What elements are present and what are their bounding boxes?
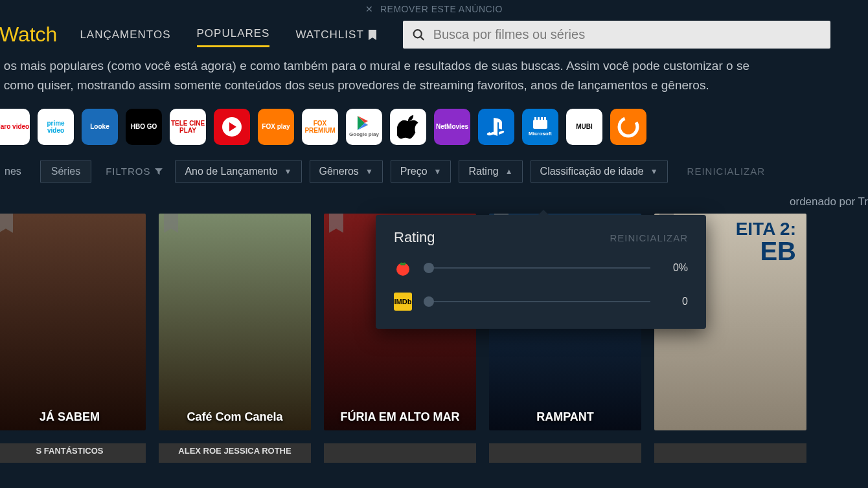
ad-text: REMOVER ESTE ANÚNCIO: [380, 4, 503, 14]
rating-popup: Rating REINICIALIZAR 0% IMDb 0: [376, 215, 706, 329]
bookmark-ribbon-icon[interactable]: [0, 214, 13, 233]
slider-thumb[interactable]: [424, 263, 434, 273]
bookmark-ribbon-icon[interactable]: [329, 214, 343, 233]
filter-icon: [154, 167, 163, 176]
tab-series[interactable]: Séries: [40, 161, 91, 183]
nav-links: LANÇAMENTOS POPULARES WATCHLIST: [80, 22, 376, 47]
svg-rect-4: [534, 117, 536, 120]
svg-line-1: [420, 36, 424, 39]
provider-tile[interactable]: Google play: [346, 109, 382, 145]
provider-tile[interactable]: TELE CINE PLAY: [170, 109, 206, 145]
microsoft-movies-icon: [532, 116, 549, 130]
filter-year[interactable]: Ano de Lançamento ▼: [175, 161, 301, 183]
poster-title: FÚRIA EM ALTO MAR: [324, 410, 476, 424]
svg-rect-3: [533, 120, 547, 129]
slider-thumb[interactable]: [424, 296, 434, 307]
movie-poster[interactable]: JÁ SABEM: [0, 214, 146, 430]
imdb-slider[interactable]: [424, 301, 650, 302]
search-box[interactable]: [403, 21, 830, 49]
provider-tile[interactable]: [214, 109, 250, 145]
google-play-icon: [357, 115, 371, 131]
imdb-slider-row: IMDb 0: [394, 293, 688, 311]
provider-tile[interactable]: MUBI: [566, 109, 602, 145]
movie-poster[interactable]: [489, 443, 641, 463]
svg-point-0: [413, 30, 421, 38]
nav-watchlist-label: WATCHLIST: [295, 28, 363, 41]
tomato-slider-row: 0%: [394, 259, 688, 277]
provider-tile[interactable]: NetMovies: [434, 109, 470, 145]
tomato-slider[interactable]: [424, 267, 650, 269]
tomato-value: 0%: [662, 262, 688, 274]
chevron-down-icon: ▼: [365, 167, 373, 176]
provider-tile[interactable]: FOX play: [258, 109, 294, 145]
sort-value[interactable]: Tr: [858, 195, 868, 208]
movie-poster[interactable]: [654, 443, 806, 463]
provider-tile[interactable]: HBO GO: [126, 109, 162, 145]
nav-releases[interactable]: LANÇAMENTOS: [80, 22, 170, 47]
page-description: o os mais populares (como você está agor…: [0, 56, 868, 107]
movie-poster[interactable]: [324, 443, 476, 463]
sort-row: ordenado por Tr: [0, 186, 868, 211]
filter-row: nes Séries FILTROS Ano de Lançamento ▼ G…: [0, 157, 868, 186]
provider-tile[interactable]: prime video: [38, 109, 74, 145]
logo[interactable]: tWatch: [0, 23, 57, 47]
chevron-up-icon: ▲: [505, 167, 513, 176]
search-icon: [412, 28, 426, 42]
provider-tile[interactable]: Claro video: [0, 109, 30, 145]
poster-title: S FANTÁSTICOS: [0, 446, 146, 456]
tab-movies[interactable]: nes: [0, 161, 32, 183]
imdb-value: 0: [662, 296, 688, 307]
svg-rect-5: [538, 117, 540, 120]
svg-rect-6: [541, 117, 543, 120]
close-ad-icon[interactable]: ✕: [365, 4, 374, 14]
provider-tile[interactable]: Looke: [82, 109, 118, 145]
play-circle-icon: [220, 115, 244, 139]
filter-price[interactable]: Preço ▼: [391, 161, 451, 183]
chevron-down-icon: ▼: [650, 167, 658, 176]
poster-title: ALEX ROE JESSICA ROTHE: [159, 446, 311, 456]
ad-banner[interactable]: ✕ REMOVER ESTE ANÚNCIO: [0, 0, 868, 18]
svg-rect-7: [544, 117, 546, 120]
sort-label: ordenado por: [790, 195, 855, 208]
poster-title: Café Com Canela: [159, 410, 311, 424]
provider-tile[interactable]: Microsoft: [522, 109, 558, 145]
provider-tile[interactable]: FOX PREMIUM: [302, 109, 338, 145]
filters-label: FILTROS: [106, 166, 163, 177]
posters-row-2: S FANTÁSTICOSALEX ROE JESSICA ROTHE: [0, 430, 868, 463]
poster-title: JÁ SABEM: [0, 410, 146, 424]
rating-popup-reset[interactable]: REINICIALIZAR: [610, 232, 688, 243]
filter-age[interactable]: Classificação de idade ▼: [531, 161, 668, 183]
filter-rating[interactable]: Rating ▲: [459, 161, 522, 183]
movie-poster[interactable]: S FANTÁSTICOS: [0, 443, 146, 463]
rating-popup-title: Rating: [394, 229, 435, 246]
bookmark-icon: [368, 29, 377, 41]
chevron-down-icon: ▼: [284, 167, 292, 176]
search-input[interactable]: [433, 27, 821, 42]
movie-poster[interactable]: Café Com Canela: [159, 214, 311, 430]
movie-poster[interactable]: ALEX ROE JESSICA ROTHE: [159, 443, 311, 463]
provider-tile[interactable]: [390, 109, 426, 145]
chevron-down-icon: ▼: [434, 167, 442, 176]
bookmark-ribbon-icon[interactable]: [164, 214, 178, 233]
providers-row: Claro videoprime videoLookeHBO GOTELE CI…: [0, 107, 868, 157]
filter-genres[interactable]: Gêneros ▼: [310, 161, 383, 183]
provider-tile[interactable]: [610, 109, 646, 145]
poster-title: RAMPANT: [489, 410, 641, 424]
playstation-icon: [483, 114, 509, 140]
svg-point-8: [619, 118, 637, 136]
provider-tile[interactable]: [478, 109, 514, 145]
filters-reset[interactable]: REINICIALIZAR: [687, 166, 766, 177]
apple-icon: [397, 114, 419, 140]
nav-watchlist[interactable]: WATCHLIST: [295, 22, 376, 47]
crunchyroll-icon: [615, 114, 641, 140]
topbar: tWatch LANÇAMENTOS POPULARES WATCHLIST: [0, 18, 868, 56]
tomato-icon: [394, 259, 412, 277]
nav-popular[interactable]: POPULARES: [197, 22, 270, 47]
imdb-icon: IMDb: [394, 293, 412, 311]
